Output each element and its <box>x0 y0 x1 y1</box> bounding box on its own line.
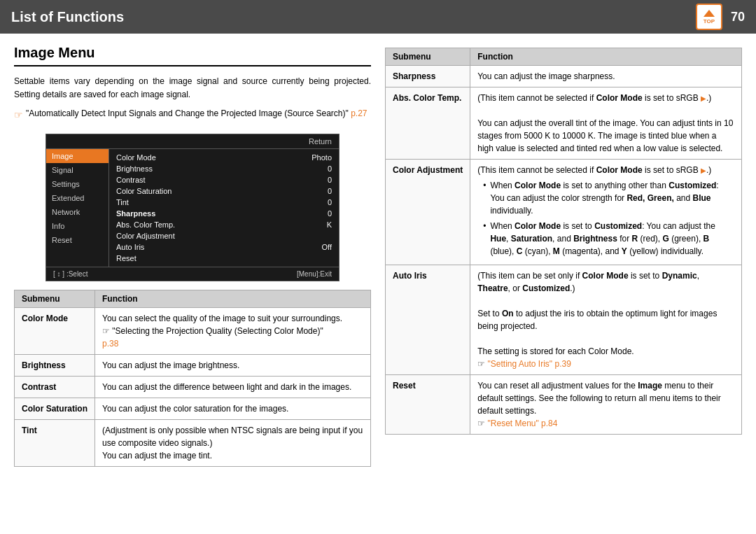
ref-icon: ☞ <box>477 419 485 428</box>
table-row: Color Saturation You can adjust the colo… <box>15 398 371 419</box>
osd-row-colorsaturation: Color Saturation 0 <box>116 185 332 197</box>
link-autoiris[interactable]: "Setting Auto Iris" p.39 <box>488 359 571 369</box>
right-function-table: Submenu Function Sharpness You can adjus… <box>385 48 742 435</box>
left-table-col1: Submenu <box>15 290 95 307</box>
table-row: Sharpness You can adjust the image sharp… <box>386 66 742 87</box>
osd-footer-exit: [Menu]:Exit <box>297 270 332 278</box>
table-row: Color Mode You can select the quality of… <box>15 307 371 354</box>
left-function-table: Submenu Function Color Mode You can sele… <box>14 290 371 467</box>
reference-link[interactable]: p.27 <box>351 108 367 118</box>
osd-footer-select: [ ↕ ] :Select <box>53 270 88 278</box>
osd-menu: Return Image Signal Settings Extended Ne… <box>46 134 340 281</box>
osd-row-tint: Tint 0 <box>116 197 332 208</box>
table-row: Contrast You can adjust the difference b… <box>15 376 371 398</box>
bullet-list-coloradjust: • When Color Mode is set to anything oth… <box>483 179 734 258</box>
osd-value-colorsaturation: 0 <box>328 187 332 195</box>
ref-icon: ☞ <box>102 326 110 336</box>
page-title: List of Functions <box>11 9 124 25</box>
osd-label-tint: Tint <box>116 198 129 206</box>
osd-return-label: Return <box>309 137 332 146</box>
submenu-abscolortemp: Abs. Color Temp. <box>386 87 470 160</box>
func-sharpness: You can adjust the image sharpness. <box>470 66 742 87</box>
func-autoiris: (This item can be set only if Color Mode… <box>470 265 742 375</box>
osd-submenu-panel: Color Mode Photo Brightness 0 Contrast 0… <box>109 149 339 267</box>
osd-value-colormode: Photo <box>312 153 332 162</box>
submenu-autoiris: Auto Iris <box>386 265 470 375</box>
osd-menu-info[interactable]: Info <box>46 219 108 233</box>
osd-label-colorsaturation: Color Saturation <box>116 187 172 195</box>
submenu-brightness: Brightness <box>15 354 95 376</box>
right-column: Submenu Function Sharpness You can adjus… <box>385 45 742 467</box>
reference-icon: ☞ <box>14 108 23 122</box>
bullet-text: When Color Mode is set to anything other… <box>490 179 734 217</box>
submenu-coloradjust: Color Adjust­ment <box>386 160 470 265</box>
func-contrast: You can adjust the difference between li… <box>95 376 371 398</box>
osd-label-brightness: Brightness <box>116 164 153 173</box>
osd-menu-settings[interactable]: Settings <box>46 177 108 191</box>
osd-label-abscolortemp: Abs. Color Temp. <box>116 220 175 229</box>
osd-menu-signal[interactable]: Signal <box>46 163 108 177</box>
func-brightness: You can adjust the image brightness. <box>95 354 371 376</box>
bullet-dot-icon: • <box>483 179 486 217</box>
osd-row-reset: Reset <box>116 253 332 264</box>
osd-row-sharpness: Sharpness 0 <box>116 208 332 219</box>
osd-value-sharpness: 0 <box>328 209 332 218</box>
submenu-reset: Reset <box>386 375 470 435</box>
table-row: Abs. Color Temp. (This item cannot be se… <box>386 87 742 160</box>
osd-menu-reset[interactable]: Reset <box>46 233 108 247</box>
osd-row-abscolortemp: Abs. Color Temp. K <box>116 219 332 230</box>
bullet-text: When Color Mode is set to Customized: Yo… <box>490 220 734 258</box>
osd-menu-list: Image Signal Settings Extended Network I… <box>46 149 109 267</box>
top-arrow-icon <box>704 10 715 17</box>
reference-block: ☞ "Automatically Detect Input Signals an… <box>14 108 371 122</box>
page-number: 70 <box>731 10 745 24</box>
top-badge: TOP <box>696 3 722 30</box>
func-coloradjust: (This item cannot be selected if Color M… <box>470 160 742 265</box>
osd-body: Image Signal Settings Extended Network I… <box>46 149 339 267</box>
reference-text: "Automatically Detect Input Signals and … <box>26 108 367 118</box>
osd-menu-network[interactable]: Network <box>46 205 108 219</box>
submenu-colorsaturation: Color Saturation <box>15 398 95 419</box>
submenu-sharpness: Sharpness <box>386 66 470 87</box>
osd-label-colormode: Color Mode <box>116 153 156 162</box>
func-tint: (Adjustment is only possible when NTSC s… <box>95 419 371 466</box>
osd-value-abscolortemp: K <box>327 220 332 229</box>
left-column: Image Menu Settable items vary depending… <box>14 45 371 467</box>
osd-label-coloradjust: Color Adjustment <box>116 232 175 240</box>
osd-value-autoiris: Off <box>322 243 332 251</box>
bullet-dot-icon: • <box>483 220 486 258</box>
osd-row-contrast: Contrast 0 <box>116 174 332 185</box>
osd-menu-extended[interactable]: Extended <box>46 191 108 205</box>
osd-menu-image[interactable]: Image <box>46 149 108 163</box>
top-label: TOP <box>704 18 715 24</box>
ref-icon: ☞ <box>477 359 485 369</box>
main-content: Image Menu Settable items vary depending… <box>0 34 756 478</box>
func-abscolortemp: (This item cannot be selected if Color M… <box>470 87 742 160</box>
table-row: Color Adjust­ment (This item cannot be s… <box>386 160 742 265</box>
osd-value-tint: 0 <box>328 198 332 206</box>
bullet-item: • When Color Mode is set to Customized: … <box>483 220 734 258</box>
osd-header: Return <box>46 134 339 149</box>
link-resetmenu[interactable]: "Reset Menu" p.84 <box>488 419 558 428</box>
table-row: Brightness You can adjust the image brig… <box>15 354 371 376</box>
func-reset: You can reset all adjustment values for … <box>470 375 742 435</box>
link-p38[interactable]: p.38 <box>102 339 118 349</box>
right-table-col2: Function <box>470 48 742 66</box>
func-colormode: You can select the quality of the image … <box>95 307 371 354</box>
osd-label-sharpness: Sharpness <box>116 209 155 218</box>
header-right: TOP 70 <box>696 3 745 30</box>
osd-label-contrast: Contrast <box>116 176 146 184</box>
osd-row-coloradjust: Color Adjustment <box>116 230 332 241</box>
osd-row-colormode: Color Mode Photo <box>116 152 332 163</box>
left-table-col2: Function <box>95 290 371 307</box>
right-table-col1: Submenu <box>386 48 470 66</box>
intro-text: Settable items vary depending on the ima… <box>14 75 371 101</box>
osd-row-brightness: Brightness 0 <box>116 163 332 174</box>
osd-label-reset: Reset <box>116 254 136 262</box>
table-row: Reset You can reset all adjustment value… <box>386 375 742 435</box>
osd-value-contrast: 0 <box>328 176 332 184</box>
table-row: Auto Iris (This item can be set only if … <box>386 265 742 375</box>
table-row: Tint (Adjustment is only possible when N… <box>15 419 371 466</box>
submenu-contrast: Contrast <box>15 376 95 398</box>
osd-value-brightness: 0 <box>328 164 332 173</box>
